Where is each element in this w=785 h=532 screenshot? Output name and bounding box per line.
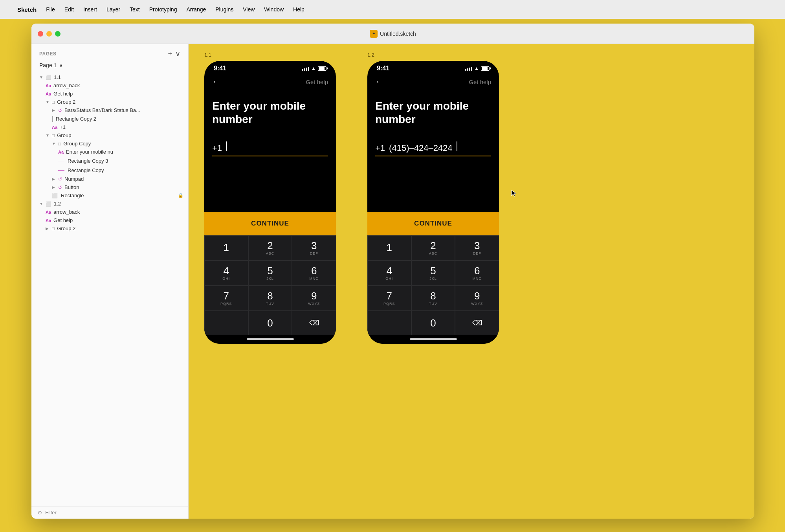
num-key-3-b[interactable]: 3 DEF [455, 235, 499, 260]
page-selector[interactable]: Page 1 ∨ [31, 61, 188, 73]
num-key-4[interactable]: 4 GHI [204, 260, 248, 286]
phone-input-area-2[interactable]: +1 (415)–424–2424 [375, 141, 491, 156]
country-code-2: +1 [375, 143, 385, 153]
sidebar-item-group2-2[interactable]: ▶ □ Group 2 [31, 224, 188, 233]
get-help-2[interactable]: Get help [469, 79, 491, 85]
status-bar-1: 9:41 ▲ [204, 61, 336, 73]
num-key-7[interactable]: 7 PQRS [204, 286, 248, 311]
num-sub: JKL [266, 277, 274, 281]
num-main: 4 [224, 266, 229, 276]
sidebar-item-group2-1[interactable]: ▼ □ Group 2 [31, 98, 188, 106]
sidebar-item-frame-1-1[interactable]: ▼ ⬜ 1.1 [31, 73, 188, 81]
status-icons-1: ▲ [302, 66, 326, 71]
menu-prototyping[interactable]: Prototyping [149, 6, 177, 13]
maximize-button[interactable] [55, 31, 61, 37]
menu-plugins[interactable]: Plugins [215, 6, 233, 13]
sidebar-item-rect-copy[interactable]: — Rectangle Copy [31, 165, 188, 175]
menu-file[interactable]: File [46, 6, 55, 13]
country-code-1: +1 [212, 143, 222, 153]
num-key-2-b[interactable]: 2 ABC [411, 235, 455, 260]
back-arrow-2[interactable]: ← [375, 77, 384, 87]
layer-name: Group [57, 132, 183, 138]
window-title-text: Untitled.sketch [380, 31, 416, 37]
sidebar-item-group-copy[interactable]: ▼ □ Group Copy [31, 139, 188, 148]
add-page-button[interactable]: + [168, 50, 172, 57]
num-key-1-b[interactable]: 1 [367, 235, 411, 260]
close-button[interactable] [38, 31, 43, 37]
layer-name: Get help [53, 91, 183, 97]
home-bar-2 [410, 338, 457, 340]
num-key-8-b[interactable]: 8 TUV [411, 286, 455, 311]
sidebar-item-rect-copy2[interactable]: | Rectangle Copy 2 [31, 114, 188, 123]
num-key-0[interactable]: 0 [248, 311, 292, 335]
num-key-9[interactable]: 9 WXYZ [292, 286, 336, 311]
menu-layer[interactable]: Layer [106, 6, 120, 13]
filter-bar[interactable]: ⊙ Filter [31, 506, 188, 519]
num-key-8[interactable]: 8 TUV [248, 286, 292, 311]
sidebar-item-bars-status[interactable]: ▶ ↺ Bars/Status Bar/Dark Status Ba... [31, 106, 188, 114]
signal-bar [467, 68, 468, 71]
sidebar-item-enter-mobile[interactable]: Aa Enter your mobile nu [31, 148, 188, 156]
num-key-4-b[interactable]: 4 GHI [367, 260, 411, 286]
num-main: 9 [474, 291, 480, 301]
menu-arrange[interactable]: Arrange [186, 6, 206, 13]
num-main: 3 [474, 240, 480, 251]
minimize-button[interactable] [46, 31, 52, 37]
pages-chevron-button[interactable]: ∨ [175, 50, 180, 57]
phone-2: 9:41 ▲ [367, 61, 499, 344]
sidebar-item-frame-1-2[interactable]: ▼ ⬜ 1.2 [31, 200, 188, 208]
back-arrow-1[interactable]: ← [212, 77, 221, 87]
num-key-empty-b [367, 311, 411, 335]
sidebar-item-group-1[interactable]: ▼ □ Group [31, 131, 188, 139]
menu-view[interactable]: View [243, 6, 255, 13]
sidebar-item-numpad[interactable]: ▶ ↺ Numpad [31, 175, 188, 183]
num-key-6-b[interactable]: 6 MNO [455, 260, 499, 286]
sidebar-item-arrow-back-1[interactable]: Aa arrow_back [31, 81, 188, 90]
sidebar-item-get-help-1[interactable]: Aa Get help [31, 90, 188, 98]
menu-edit[interactable]: Edit [64, 6, 74, 13]
num-key-1[interactable]: 1 [204, 235, 248, 260]
num-key-backspace-b[interactable]: ⌫ [455, 311, 499, 335]
sidebar-item-arrow-back-2[interactable]: Aa arrow_back [31, 208, 188, 216]
layer-name: Button [64, 184, 183, 190]
num-key-9-b[interactable]: 9 WXYZ [455, 286, 499, 311]
chevron-down-icon: ▼ [46, 133, 50, 138]
phone-input-area-1[interactable]: +1 [212, 141, 328, 156]
sidebar-item-get-help-2[interactable]: Aa Get help [31, 216, 188, 224]
chevron-right-icon: ▶ [52, 177, 57, 181]
continue-button-2[interactable]: CONTINUE [367, 212, 499, 235]
num-key-5-b[interactable]: 5 JKL [411, 260, 455, 286]
text-layer-icon: Aa [58, 150, 64, 154]
sidebar-item-plus1[interactable]: Aa +1 [31, 123, 188, 131]
backspace-icon: ⌫ [472, 319, 482, 327]
layer-name: Get help [53, 217, 183, 223]
num-key-7-b[interactable]: 7 PQRS [367, 286, 411, 311]
num-key-0-b[interactable]: 0 [411, 311, 455, 335]
sidebar-item-button[interactable]: ▶ ↺ Button [31, 183, 188, 191]
num-key-6[interactable]: 6 MNO [292, 260, 336, 286]
get-help-1[interactable]: Get help [306, 79, 328, 85]
layer-name: arrow_back [53, 83, 183, 88]
menu-help[interactable]: Help [293, 6, 304, 13]
continue-button-1[interactable]: CONTINUE [204, 212, 336, 235]
num-sub: ABC [429, 251, 438, 255]
wifi-icon: ▲ [474, 66, 479, 71]
num-key-3[interactable]: 3 DEF [292, 235, 336, 260]
num-sub: PQRS [220, 302, 232, 306]
layer-name: Numpad [64, 176, 183, 182]
component-icon: ↺ [58, 185, 62, 190]
sidebar-item-rect-copy3[interactable]: — Rectangle Copy 3 [31, 156, 188, 165]
layer-name: Group Copy [63, 141, 183, 147]
phone-1: 9:41 ▲ [204, 61, 336, 344]
num-key-5[interactable]: 5 JKL [248, 260, 292, 286]
phone-nav-2: ← Get help [367, 73, 499, 92]
sidebar-item-rectangle-locked[interactable]: ⬜ Rectangle 🔒 [31, 191, 188, 200]
menu-insert[interactable]: Insert [83, 6, 97, 13]
num-key-backspace[interactable]: ⌫ [292, 311, 336, 335]
status-icons-2: ▲ [465, 66, 490, 71]
chevron-down-icon: ▼ [52, 141, 57, 146]
menu-window[interactable]: Window [264, 6, 284, 13]
menu-text[interactable]: Text [130, 6, 140, 13]
app-name[interactable]: Sketch [17, 6, 37, 13]
num-key-2[interactable]: 2 ABC [248, 235, 292, 260]
